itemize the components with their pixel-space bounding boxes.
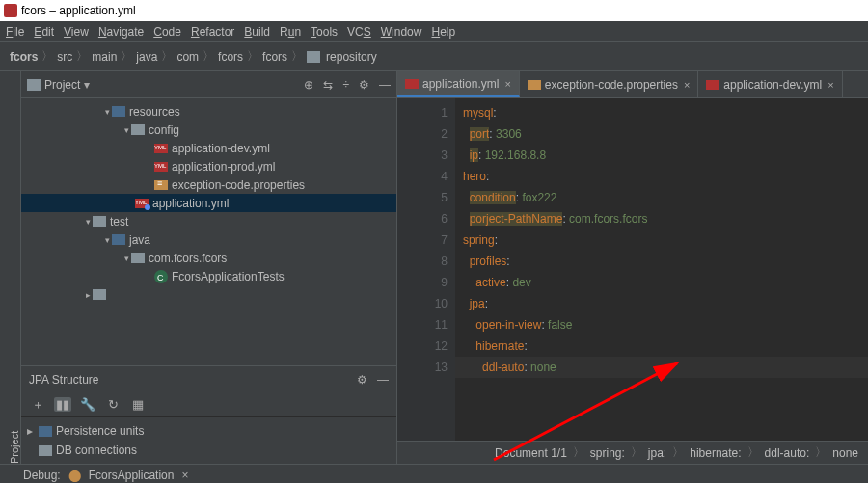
code-body[interactable]: mysql: port: 3306 ip: 192.168.8.8 hero: … [455,98,868,441]
menu-bar: File Edit View Navigate Code Refactor Bu… [0,21,868,42]
jpa-db[interactable]: DB connections [56,443,137,457]
tree-class[interactable]: FcorsApplicationTests [172,270,285,283]
window-title: fcors – application.yml [21,4,136,17]
crumb-0[interactable]: fcors [10,50,38,64]
bar-icon[interactable]: ▮▮ [54,397,71,412]
project-label[interactable]: Project [44,78,80,92]
debug-config[interactable]: FcorsApplication [89,469,175,482]
project-tool-header: Project ▾ ⊕ ⇆ ÷ ⚙ — [21,71,396,98]
crumb-1[interactable]: src [57,50,72,64]
tree-app-dev[interactable]: application-dev.yml [172,142,270,155]
crumb-2[interactable]: main [92,50,117,64]
menu-edit[interactable]: Edit [34,25,54,39]
close-icon[interactable]: × [684,79,690,91]
jpa-structure-header: JPA Structure ⚙ — [21,365,396,392]
crumb-4[interactable]: com [176,50,199,64]
crumb-7[interactable]: repository [326,50,377,64]
menu-code[interactable]: Code [153,25,181,39]
gutter: 12345678910111213 [397,98,455,441]
tree-exc-props[interactable]: exception-code.properties [172,178,305,192]
jpa-toolbar: ＋ ▮▮ 🔧 ↻ ▦ [21,392,396,417]
sidebar-tab-project[interactable]: Project [9,81,20,464]
bug-icon: ⬤ [68,469,81,482]
menu-view[interactable]: View [64,25,89,39]
wrench-icon[interactable]: 🔧 [79,397,96,412]
crumb-5[interactable]: fcors [218,50,243,64]
menu-vcs[interactable]: VCS [347,25,371,39]
collapse-all-icon[interactable]: ÷ [342,78,349,92]
chevron-down-icon[interactable]: ▾ [84,78,90,92]
refresh-icon[interactable]: ↻ [104,397,122,412]
hide-icon[interactable]: — [377,373,389,387]
jpa-structure-label[interactable]: JPA Structure [29,373,98,387]
tree-app-yml[interactable]: application.yml [152,197,229,210]
menu-window[interactable]: Window [381,25,422,39]
filter-icon[interactable]: ▦ [129,397,147,412]
menu-navigate[interactable]: Navigate [98,25,144,39]
jpa-tree[interactable]: ▸Persistence units DB connections [21,417,396,464]
menu-help[interactable]: Help [431,25,455,39]
debug-toolbar: Debug: ⬤ FcorsApplication × [0,464,868,483]
expand-all-icon[interactable]: ⇆ [323,78,333,92]
menu-file[interactable]: File [6,25,24,39]
crumb-3[interactable]: java [136,50,157,64]
menu-run[interactable]: Run [280,25,301,39]
menu-build[interactable]: Build [244,25,270,39]
menu-refactor[interactable]: Refactor [191,25,234,39]
close-icon[interactable]: × [181,469,188,482]
tab-exception-code[interactable]: exception-code.properties× [520,71,699,97]
tree-resources[interactable]: resources [129,105,180,119]
tree-java[interactable]: java [129,233,150,247]
settings-icon[interactable]: ⚙ [359,78,369,92]
tab-application-dev[interactable]: application-dev.yml× [698,71,842,97]
window-titlebar: fcors – application.yml [0,0,868,21]
hide-icon[interactable]: — [379,78,391,92]
menu-tools[interactable]: Tools [311,25,338,39]
editor-tabs: application.yml× exception-code.properti… [397,71,868,98]
jpa-persistence[interactable]: Persistence units [56,424,144,438]
close-icon[interactable]: × [504,78,510,90]
breadcrumb: fcors〉 src〉 main〉 java〉 com〉 fcors〉 fcor… [0,42,868,71]
project-icon [27,79,41,91]
app-icon [4,4,17,17]
folder-icon [307,51,320,63]
tab-application-yml[interactable]: application.yml× [397,71,520,97]
code-editor[interactable]: 12345678910111213 mysql: port: 3306 ip: … [397,98,868,441]
project-tree[interactable]: ▾resources ▾config application-dev.yml a… [21,98,396,365]
editor-breadcrumb: Document 1/1〉 spring:〉 jpa:〉 hibernate:〉… [397,441,868,464]
crumb-6[interactable]: fcors [262,50,287,64]
tree-config[interactable]: config [149,123,179,137]
gear-icon[interactable]: ⚙ [357,373,367,387]
debug-label[interactable]: Debug: [23,469,61,482]
close-icon[interactable]: × [827,79,833,91]
tree-app-prod[interactable]: application-prod.yml [172,160,275,174]
tree-test[interactable]: test [110,215,128,228]
tree-pkg[interactable]: com.fcors.fcors [149,252,227,265]
sidebar-tab-strip: Project [0,71,21,464]
doc-indicator: Document 1/1 [495,446,567,460]
select-opened-file-icon[interactable]: ⊕ [304,78,313,92]
add-icon[interactable]: ＋ [29,396,46,414]
